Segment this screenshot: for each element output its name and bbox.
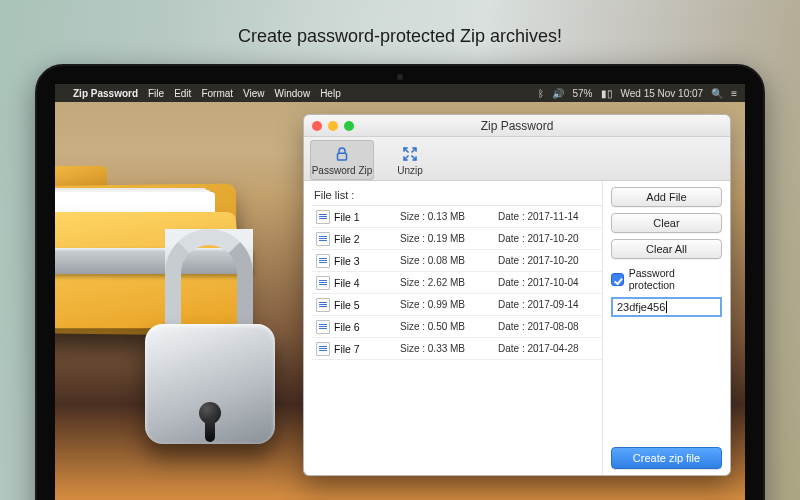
file-name: File 3	[334, 255, 400, 267]
file-icon	[316, 276, 330, 290]
toolbar: Password Zip Unzip	[304, 137, 730, 181]
file-name: File 2	[334, 233, 400, 245]
close-icon[interactable]	[312, 121, 322, 131]
list-item[interactable]: File 1 Size : 0.13 MB Date : 2017-11-14	[312, 206, 602, 228]
actions-pane: Add File Clear Clear All Password protec…	[602, 181, 730, 475]
file-date: Date : 2017-10-20	[498, 233, 596, 244]
menubar-datetime[interactable]: Wed 15 Nov 10:07	[621, 88, 704, 99]
menubar-item-window[interactable]: Window	[275, 88, 311, 99]
zoom-icon[interactable]	[344, 121, 354, 131]
file-icon	[316, 298, 330, 312]
file-size: Size : 0.33 MB	[400, 343, 498, 354]
file-icon	[316, 232, 330, 246]
volume-icon[interactable]: 🔊	[552, 88, 564, 99]
macos-menubar: Zip Password File Edit Format View Windo…	[55, 84, 745, 102]
file-date: Date : 2017-09-14	[498, 299, 596, 310]
file-size: Size : 0.99 MB	[400, 299, 498, 310]
app-window: Zip Password Password Zip Unzip	[303, 114, 731, 476]
file-size: Size : 0.13 MB	[400, 211, 498, 222]
laptop-camera	[397, 74, 403, 80]
lock-icon	[332, 145, 352, 163]
clear-button[interactable]: Clear	[611, 213, 722, 233]
list-item[interactable]: File 4 Size : 2.62 MB Date : 2017-10-04	[312, 272, 602, 294]
tab-unzip[interactable]: Unzip	[378, 140, 442, 180]
password-protection-toggle[interactable]: Password protection	[611, 267, 722, 291]
file-date: Date : 2017-10-20	[498, 255, 596, 266]
desktop-screen: Zip Password File Edit Format View Windo…	[55, 84, 745, 500]
spotlight-icon[interactable]: 🔍	[711, 88, 723, 99]
file-list-pane: File list : File 1 Size : 0.13 MB Date :…	[304, 181, 602, 475]
minimize-icon[interactable]	[328, 121, 338, 131]
battery-percent[interactable]: 57%	[572, 88, 592, 99]
file-name: File 6	[334, 321, 400, 333]
file-date: Date : 2017-04-28	[498, 343, 596, 354]
list-item[interactable]: File 3 Size : 0.08 MB Date : 2017-10-20	[312, 250, 602, 272]
laptop-frame: Zip Password File Edit Format View Windo…	[35, 64, 765, 500]
file-name: File 7	[334, 343, 400, 355]
tab-password-zip-label: Password Zip	[312, 165, 373, 176]
menubar-item-help[interactable]: Help	[320, 88, 341, 99]
file-size: Size : 0.19 MB	[400, 233, 498, 244]
window-titlebar[interactable]: Zip Password	[304, 115, 730, 137]
tab-unzip-label: Unzip	[397, 165, 423, 176]
svg-rect-0	[338, 153, 347, 160]
file-icon	[316, 254, 330, 268]
list-item[interactable]: File 2 Size : 0.19 MB Date : 2017-10-20	[312, 228, 602, 250]
file-name: File 1	[334, 211, 400, 223]
menubar-app-name[interactable]: Zip Password	[73, 88, 138, 99]
list-item[interactable]: File 6 Size : 0.50 MB Date : 2017-08-08	[312, 316, 602, 338]
menu-extras-icon[interactable]: ≡	[731, 88, 737, 99]
create-zip-button[interactable]: Create zip file	[611, 447, 722, 469]
password-input[interactable]: 23dfje456	[611, 297, 722, 317]
password-value: 23dfje456	[617, 301, 665, 313]
bluetooth-icon[interactable]: ᛒ	[538, 88, 544, 99]
file-icon	[316, 320, 330, 334]
padlock-illustration	[145, 284, 275, 449]
file-list-label: File list :	[312, 187, 602, 205]
expand-arrows-icon	[400, 145, 420, 163]
menubar-item-format[interactable]: Format	[201, 88, 233, 99]
window-title: Zip Password	[304, 119, 730, 133]
file-size: Size : 0.08 MB	[400, 255, 498, 266]
checkbox-icon[interactable]	[611, 273, 624, 286]
file-name: File 4	[334, 277, 400, 289]
file-date: Date : 2017-08-08	[498, 321, 596, 332]
clear-all-button[interactable]: Clear All	[611, 239, 722, 259]
file-size: Size : 0.50 MB	[400, 321, 498, 332]
list-item[interactable]: File 5 Size : 0.99 MB Date : 2017-09-14	[312, 294, 602, 316]
add-file-button[interactable]: Add File	[611, 187, 722, 207]
keyhole-icon	[199, 402, 221, 424]
tab-password-zip[interactable]: Password Zip	[310, 140, 374, 180]
file-date: Date : 2017-11-14	[498, 211, 596, 222]
menubar-item-view[interactable]: View	[243, 88, 265, 99]
file-name: File 5	[334, 299, 400, 311]
menubar-item-edit[interactable]: Edit	[174, 88, 191, 99]
file-icon	[316, 342, 330, 356]
file-icon	[316, 210, 330, 224]
list-item[interactable]: File 7 Size : 0.33 MB Date : 2017-04-28	[312, 338, 602, 360]
file-size: Size : 2.62 MB	[400, 277, 498, 288]
password-protection-label: Password protection	[629, 267, 722, 291]
file-list[interactable]: File 1 Size : 0.13 MB Date : 2017-11-14 …	[312, 205, 602, 475]
promo-tagline: Create password-protected Zip archives!	[0, 0, 800, 47]
menubar-item-file[interactable]: File	[148, 88, 164, 99]
battery-icon[interactable]: ▮▯	[601, 88, 613, 99]
file-date: Date : 2017-10-04	[498, 277, 596, 288]
